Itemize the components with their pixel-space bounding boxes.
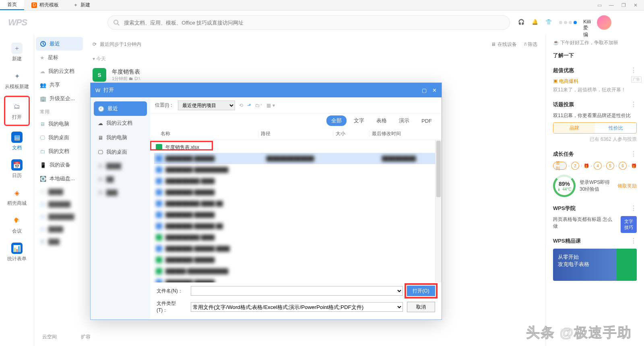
- dlg-side-blur-3[interactable]: 🗀███: [94, 186, 147, 199]
- nav-blur-3[interactable]: 🗀███████: [36, 210, 83, 223]
- ad-badge: 广告: [631, 76, 642, 82]
- nav-blur-1[interactable]: 🗀████: [36, 185, 83, 198]
- close-icon[interactable]: ✕: [631, 2, 640, 8]
- file-row[interactable]: ████████ ██████: [154, 277, 438, 282]
- notification-icon[interactable]: 🔔: [532, 19, 539, 26]
- vote-opt-brand[interactable]: 品牌: [553, 123, 595, 133]
- skin-icon[interactable]: 👕: [545, 19, 553, 26]
- file-row[interactable]: ████████ ██████████████████████████████: [154, 153, 438, 164]
- nav-blur-4[interactable]: 🗀████: [36, 223, 83, 235]
- app-header: WPS 🎧 🔔 👕 Kiili爱编: [0, 10, 644, 35]
- course-card: WPS精品课⋮ 从零开始 攻克电子表格: [553, 237, 637, 281]
- vote-options[interactable]: 品牌 性价比: [553, 122, 637, 134]
- more-icon[interactable]: ⋮: [630, 101, 637, 108]
- filter-pdf[interactable]: PDF: [417, 116, 437, 126]
- up-icon[interactable]: ⬏: [247, 103, 251, 108]
- dlg-side-blur-1[interactable]: 🗀████: [94, 159, 147, 173]
- file-row[interactable]: ████████ ██████: [154, 187, 438, 198]
- group-today: ▾ 今天: [93, 56, 537, 62]
- tab-template[interactable]: D稻壳模板: [24, 0, 66, 10]
- filter-sheet[interactable]: 表格: [372, 115, 392, 126]
- file-row[interactable]: ████████ ██████ ██: [154, 220, 438, 232]
- nav-blur-5[interactable]: 🗑███: [36, 235, 83, 248]
- filter-slides[interactable]: 演示: [394, 115, 414, 126]
- filetype-select[interactable]: 常用文件(文字/Word格式;表格/Excel格式;演示/PowerPoint格…: [191, 302, 403, 312]
- global-search-input[interactable]: [107, 15, 510, 30]
- nav-mycloud[interactable]: ☁我的云文档: [36, 64, 83, 78]
- more-icon[interactable]: ⋮: [630, 150, 637, 158]
- col-mod[interactable]: 最后修改时间: [369, 130, 437, 137]
- open-button[interactable]: 打开(O): [407, 286, 435, 296]
- file-row[interactable]: ██████████ ████: [154, 175, 438, 187]
- dialog-close-icon[interactable]: ✕: [432, 87, 437, 93]
- col-size[interactable]: 大小: [333, 130, 369, 137]
- filename-input[interactable]: [191, 286, 403, 296]
- nav-localdisk[interactable]: 💽本地磁盘...: [36, 172, 83, 185]
- course-banner[interactable]: 从零开始 攻克电子表格: [553, 249, 637, 281]
- vote-opt-value[interactable]: 性价比: [595, 123, 636, 133]
- cloud-space-label[interactable]: 云空间: [42, 334, 57, 340]
- left-rail: ＋新建 ✦从模板新建 🗂打开 ▤文档 📅日历 ◈稻壳商城 🗣会议 📊统计表单 ▦…: [0, 35, 34, 346]
- file-list-scrollbar[interactable]: [435, 140, 442, 282]
- claim-link[interactable]: 领取奖励: [617, 183, 637, 189]
- dlg-side-desktop[interactable]: 🖵我的桌面: [94, 145, 147, 159]
- nav-mydocs[interactable]: 🗀我的文档: [36, 144, 83, 158]
- rail-stats-form[interactable]: 📊统计表单: [0, 239, 34, 266]
- file-row[interactable]: ██████████ ████ ██: [154, 198, 438, 209]
- win-menu-icon[interactable]: ▭: [595, 2, 604, 8]
- devices-online-link[interactable]: 🖥 在线设备: [491, 41, 516, 48]
- file-row[interactable]: ████████ ██████: [154, 209, 438, 220]
- nav-recent[interactable]: 最近: [36, 37, 83, 51]
- headset-icon[interactable]: 🎧: [518, 19, 525, 26]
- rail-meeting[interactable]: 🗣会议: [0, 211, 34, 239]
- file-row[interactable]: ████████ ██████ ████: [154, 243, 438, 254]
- minimize-icon[interactable]: —: [607, 2, 616, 8]
- col-name[interactable]: 名称: [155, 130, 258, 137]
- nav-mypc[interactable]: 🖥我的电脑: [36, 117, 83, 131]
- dlg-side-blur-2[interactable]: 🗀██: [94, 173, 147, 186]
- filter-all[interactable]: 全部: [326, 115, 347, 126]
- location-select[interactable]: 最近使用的项目: [178, 101, 235, 110]
- view-icon[interactable]: ▦ ▾: [266, 103, 275, 108]
- rail-docs[interactable]: ▤文档: [0, 128, 34, 155]
- back-icon[interactable]: ⟲: [239, 103, 243, 108]
- nav-share[interactable]: 👥共享: [36, 78, 83, 92]
- file-row[interactable]: ████████ ██████: [154, 254, 438, 266]
- maximize-icon[interactable]: ❐: [619, 2, 628, 8]
- dlg-side-recent[interactable]: 🕘最近: [94, 101, 147, 116]
- cancel-button[interactable]: 取消: [407, 302, 435, 312]
- recent-file-item[interactable]: S 年度销售表 1分钟前 🖿 D:\: [93, 66, 537, 84]
- rail-from-template[interactable]: ✦从模板新建: [0, 66, 34, 94]
- more-icon[interactable]: ⋮: [630, 66, 637, 74]
- rail-store[interactable]: ◈稻壳商城: [0, 183, 34, 211]
- nav-upgrade[interactable]: 🏢升级至企...: [36, 92, 83, 105]
- avatar[interactable]: [597, 15, 611, 30]
- nav-devices[interactable]: 📱我的设备: [36, 158, 83, 172]
- file-row[interactable]: ██████████ ████: [154, 232, 438, 243]
- rail-calendar[interactable]: 📅日历: [0, 155, 34, 183]
- file-row[interactable]: ████████ ██████████: [154, 164, 438, 175]
- nav-star[interactable]: ★星标: [36, 51, 83, 64]
- tab-new[interactable]: ＋新建: [66, 0, 97, 10]
- filter-link[interactable]: ⩃ 筛选: [524, 41, 537, 48]
- signin-button[interactable]: 签到: [553, 162, 567, 170]
- scroll-thumb[interactable]: [436, 141, 441, 197]
- file-list-header: 名称 路径 大小 最后修改时间: [150, 128, 442, 140]
- tab-home[interactable]: 首页: [0, 0, 24, 10]
- nav-blur-2[interactable]: 🗀██████: [36, 198, 83, 210]
- filter-text[interactable]: 文字: [349, 115, 369, 126]
- file-row[interactable]: ██████ ████████████: [154, 266, 438, 277]
- newfolder-icon[interactable]: 🗀⁺: [255, 103, 262, 108]
- nav-desktop[interactable]: 🖵我的桌面: [36, 131, 83, 144]
- more-icon[interactable]: ⋮: [630, 237, 637, 245]
- more-icon[interactable]: ⋮: [630, 204, 637, 212]
- vote-card: 话题投票⋮ 双11启幕，你更看重品牌还是性价比 品牌 性价比 已有 6362 人…: [553, 101, 637, 143]
- rail-open[interactable]: 🗂打开: [4, 96, 30, 126]
- dlg-side-mypc[interactable]: 🖥我的电脑: [94, 130, 147, 145]
- file-list[interactable]: 年度销售表.xlsx ████████ ████████████████████…: [150, 140, 442, 282]
- rail-new[interactable]: ＋新建: [0, 39, 34, 66]
- dlg-side-mycloud[interactable]: ☁我的云文档: [94, 116, 147, 130]
- dialog-sidebar: 🕘最近 ☁我的云文档 🖥我的电脑 🖵我的桌面 🗀████ 🗀██ 🗀███: [91, 97, 150, 319]
- col-path[interactable]: 路径: [258, 130, 333, 137]
- dialog-maximize-icon[interactable]: ▢: [422, 87, 427, 93]
